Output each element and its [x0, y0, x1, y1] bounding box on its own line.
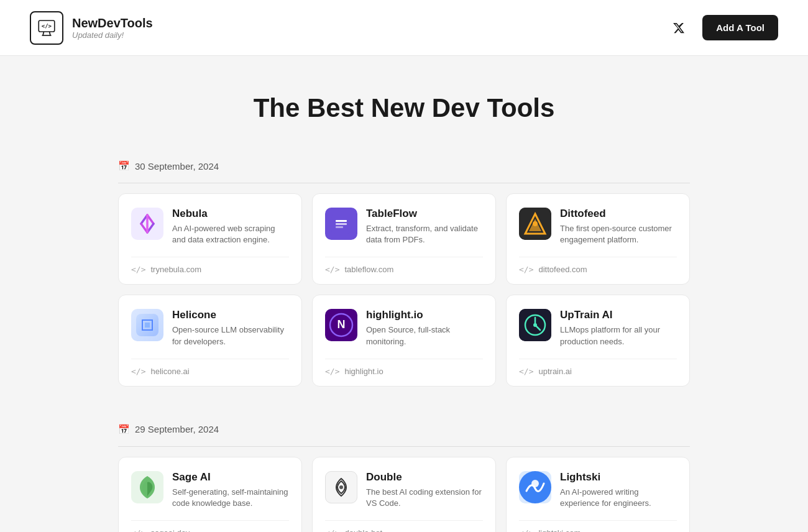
- tool-url: uptrain.ai: [538, 367, 571, 376]
- tool-card-sage-ai[interactable]: Sage AI Self-generating, self-maintainin…: [118, 457, 302, 532]
- nebula-icon: [131, 208, 163, 240]
- tool-info: Nebula An AI-powered web scraping and da…: [172, 208, 289, 245]
- tool-name: UpTrain AI: [560, 309, 677, 321]
- code-brackets-icon: </>: [519, 528, 533, 532]
- tool-footer: </> uptrain.ai: [519, 359, 677, 376]
- tool-url: highlight.io: [344, 367, 383, 376]
- svg-point-25: [339, 485, 343, 489]
- header-actions: Add A Tool: [668, 15, 778, 40]
- logo-link[interactable]: </> NewDevTools Updated daily!: [30, 11, 153, 45]
- tool-footer: </> dittofeed.com: [519, 257, 677, 274]
- tool-footer: </> tableflow.com: [325, 257, 483, 274]
- tool-header: Double The best AI coding extension for …: [325, 471, 483, 509]
- svg-point-27: [531, 480, 539, 487]
- highlight-icon: N: [325, 309, 357, 341]
- tool-description: LLMops platform for all your production …: [560, 324, 677, 347]
- tool-info: TableFlow Extract, transform, and valida…: [366, 208, 483, 245]
- site-subtitle: Updated daily!: [72, 30, 153, 40]
- tool-header: Lightski An AI-powered writing experienc…: [519, 471, 677, 509]
- tool-card-dittofeed[interactable]: Dittofeed The first open-source customer…: [506, 193, 690, 285]
- tool-header: TableFlow Extract, transform, and valida…: [325, 208, 483, 245]
- calendar-icon: 📅: [118, 160, 130, 172]
- tool-header: Dittofeed The first open-source customer…: [519, 208, 677, 245]
- tool-url: double.bot: [344, 528, 382, 532]
- sections-container: 📅 30 September, 2024 Nebula An AI-powere…: [118, 160, 690, 532]
- code-brackets-icon: </>: [519, 367, 533, 376]
- date-text: 30 September, 2024: [135, 161, 219, 172]
- date-label-0: 📅 30 September, 2024: [118, 160, 690, 172]
- tool-footer: </> sageai.dev: [131, 520, 289, 532]
- calendar-icon: 📅: [118, 424, 130, 435]
- tool-description: Extract, transform, and validate data fr…: [366, 223, 483, 245]
- tool-header: Helicone Open-source LLM observability f…: [131, 309, 289, 347]
- dittofeed-icon: [519, 208, 551, 240]
- tool-header: N highlight.io Open Source, full-stack m…: [325, 309, 483, 347]
- code-brackets-icon: </>: [131, 367, 145, 376]
- date-section-1: 📅 29 September, 2024 Sage AI Self-genera…: [118, 424, 690, 532]
- tool-card-uptrain-ai[interactable]: UpTrain AI LLMops platform for all your …: [506, 295, 690, 386]
- code-brackets-icon: </>: [131, 528, 145, 532]
- date-text: 29 September, 2024: [135, 424, 219, 434]
- tool-url: trynebula.com: [150, 265, 201, 274]
- code-brackets-icon: </>: [131, 265, 145, 274]
- sage-icon: [131, 471, 163, 503]
- tool-card-helicone[interactable]: Helicone Open-source LLM observability f…: [118, 295, 302, 386]
- tool-footer: </> double.bot: [325, 520, 483, 532]
- page-title: The Best New Dev Tools: [118, 93, 690, 123]
- tool-name: Lightski: [560, 471, 677, 484]
- svg-point-24: [533, 323, 537, 327]
- code-brackets-icon: </>: [325, 367, 339, 376]
- logo-icon: </>: [30, 11, 63, 45]
- svg-text:</>: </>: [42, 23, 52, 29]
- svg-line-2: [50, 32, 51, 35]
- tool-header: UpTrain AI LLMops platform for all your …: [519, 309, 677, 347]
- tool-name: Double: [366, 471, 483, 484]
- tool-info: UpTrain AI LLMops platform for all your …: [560, 309, 677, 347]
- logo-svg: </>: [37, 19, 56, 37]
- svg-text:N: N: [337, 318, 346, 331]
- svg-line-1: [43, 32, 44, 35]
- uptrain-icon: [519, 309, 551, 341]
- tool-header: Nebula An AI-powered web scraping and da…: [131, 208, 289, 245]
- tool-header: Sage AI Self-generating, self-maintainin…: [131, 471, 289, 509]
- svg-point-17: [533, 221, 538, 226]
- tool-info: Double The best AI coding extension for …: [366, 471, 483, 509]
- tool-card-tableflow[interactable]: TableFlow Extract, transform, and valida…: [312, 193, 496, 285]
- tool-description: Open-source LLM observability for develo…: [172, 324, 289, 347]
- lightski-icon: [519, 471, 551, 503]
- tool-description: The first open-source customer engagemen…: [560, 223, 677, 245]
- svg-rect-11: [336, 220, 347, 222]
- main-content: The Best New Dev Tools 📅 30 September, 2…: [106, 56, 702, 532]
- tool-url: lightski.com: [538, 528, 581, 532]
- tool-footer: </> trynebula.com: [131, 257, 289, 274]
- code-brackets-icon: </>: [325, 265, 339, 274]
- tool-card-highlight-io[interactable]: N highlight.io Open Source, full-stack m…: [312, 295, 496, 386]
- site-title: NewDevTools: [72, 16, 153, 30]
- date-section-0: 📅 30 September, 2024 Nebula An AI-powere…: [118, 160, 690, 387]
- tool-name: Helicone: [172, 309, 289, 321]
- tool-info: Helicone Open-source LLM observability f…: [172, 309, 289, 347]
- code-brackets-icon: </>: [325, 528, 339, 532]
- tool-footer: </> lightski.com: [519, 520, 677, 532]
- tool-info: Dittofeed The first open-source customer…: [560, 208, 677, 245]
- tool-description: Self-generating, self-maintaining code k…: [172, 487, 289, 509]
- add-tool-button[interactable]: Add A Tool: [702, 15, 778, 40]
- twitter-icon[interactable]: [668, 17, 690, 39]
- svg-rect-12: [336, 223, 347, 225]
- tools-grid-0: Nebula An AI-powered web scraping and da…: [118, 193, 690, 387]
- tool-url: sageai.dev: [150, 528, 190, 532]
- tool-info: Sage AI Self-generating, self-maintainin…: [172, 471, 289, 509]
- tool-card-lightski[interactable]: Lightski An AI-powered writing experienc…: [506, 457, 690, 532]
- tool-name: Dittofeed: [560, 208, 677, 220]
- tool-url: dittofeed.com: [538, 265, 587, 274]
- tool-card-nebula[interactable]: Nebula An AI-powered web scraping and da…: [118, 193, 302, 285]
- tool-name: Sage AI: [172, 471, 289, 484]
- tool-description: An AI-powered writing experience for eng…: [560, 487, 677, 509]
- site-header: </> NewDevTools Updated daily! Add A Too…: [0, 0, 808, 56]
- code-brackets-icon: </>: [519, 265, 533, 274]
- divider: [118, 183, 690, 183]
- tool-url: tableflow.com: [344, 265, 393, 274]
- tool-card-double[interactable]: Double The best AI coding extension for …: [312, 457, 496, 532]
- tableflow-icon: [325, 208, 357, 240]
- svg-rect-13: [336, 226, 343, 228]
